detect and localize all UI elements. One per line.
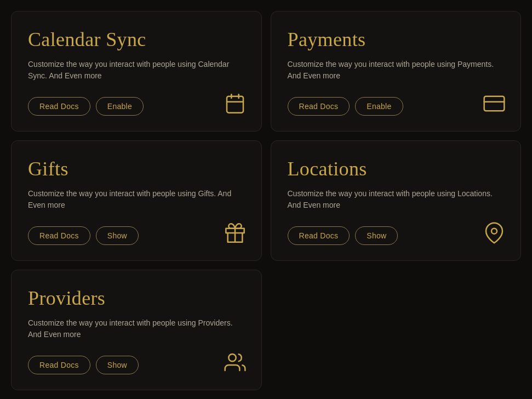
read-docs-button-payments[interactable]: Read Docs: [288, 97, 350, 116]
svg-point-8: [491, 229, 497, 234]
card-footer-gifts: Read Docs Show: [28, 226, 245, 245]
card-title-gifts: Gifts: [28, 157, 245, 180]
svg-rect-0: [227, 96, 243, 113]
card-description-locations: Customize the way you interact with peop…: [288, 188, 505, 214]
card-footer-locations: Read Docs Show: [288, 226, 505, 245]
card-title-calendar-sync: Calendar Sync: [28, 28, 245, 51]
card-providers: Providers Customize the way you interact…: [11, 270, 262, 390]
card-payments: Payments Customize the way you interact …: [271, 11, 522, 132]
card-description-calendar-sync: Customize the way you interact with peop…: [28, 59, 245, 85]
card-title-locations: Locations: [288, 157, 505, 180]
gift-icon: [224, 222, 246, 247]
card-gifts: Gifts Customize the way you interact wit…: [11, 140, 262, 261]
show-button-gifts[interactable]: Show: [96, 226, 139, 245]
card-calendar-sync: Calendar Sync Customize the way you inte…: [11, 11, 262, 132]
enable-button-payments[interactable]: Enable: [355, 97, 403, 116]
show-button-locations[interactable]: Show: [355, 226, 398, 245]
card-locations: Locations Customize the way you interact…: [271, 140, 522, 261]
card-footer-calendar-sync: Read Docs Enable: [28, 97, 245, 116]
card-footer-providers: Read Docs Show: [28, 356, 245, 374]
card-description-gifts: Customize the way you interact with peop…: [28, 188, 245, 214]
location-pin-icon: [483, 222, 505, 247]
card-title-providers: Providers: [28, 287, 245, 310]
credit-card-icon: [483, 93, 505, 118]
providers-icon: [224, 351, 246, 377]
card-description-providers: Customize the way you interact with peop…: [28, 317, 245, 344]
enable-button-calendar-sync[interactable]: Enable: [96, 97, 144, 116]
show-button-providers[interactable]: Show: [96, 356, 139, 374]
read-docs-button-calendar-sync[interactable]: Read Docs: [28, 97, 90, 116]
read-docs-button-gifts[interactable]: Read Docs: [28, 226, 90, 245]
read-docs-button-locations[interactable]: Read Docs: [288, 226, 350, 245]
cards-grid: Calendar Sync Customize the way you inte…: [11, 11, 521, 390]
card-description-payments: Customize the way you interact with peop…: [288, 59, 505, 85]
read-docs-button-providers[interactable]: Read Docs: [28, 356, 90, 374]
card-title-payments: Payments: [288, 28, 505, 51]
calendar-icon: [224, 93, 246, 118]
svg-rect-4: [484, 96, 505, 111]
svg-point-9: [228, 354, 236, 361]
card-footer-payments: Read Docs Enable: [288, 97, 505, 116]
